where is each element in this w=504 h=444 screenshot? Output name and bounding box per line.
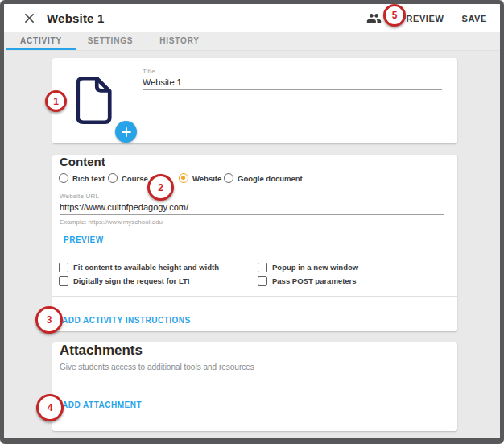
title-input[interactable]: Title Website 1 xyxy=(143,58,442,90)
checkbox-icon xyxy=(258,276,267,286)
attachments-heading: Attachments xyxy=(60,342,457,359)
checkbox-icon xyxy=(258,263,267,272)
add-activity-instructions-link[interactable]: ADD ACTIVITY INSTRUCTIONS xyxy=(62,316,191,325)
website-url-helper: Example: https://www.myschool.edu xyxy=(60,218,457,226)
tab-bar: ACTIVITY SETTINGS HISTORY xyxy=(4,32,500,51)
content-divider xyxy=(52,296,457,297)
tab-activity[interactable]: ACTIVITY xyxy=(6,32,76,50)
editor-body: Title Website 1 Content Rich text Course… xyxy=(4,51,500,431)
checkbox-digitally-sign-lti[interactable]: Digitally sign the request for LTI xyxy=(59,276,258,286)
radio-rich-text[interactable]: Rich text xyxy=(59,173,105,183)
save-button[interactable]: SAVE xyxy=(461,14,487,23)
header-bar: Website 1 PREVIEW SAVE xyxy=(4,4,500,32)
attachments-subtitle: Give students access to additional tools… xyxy=(60,363,457,371)
content-options: Fit content to available height and widt… xyxy=(59,262,450,286)
page-title: Website 1 xyxy=(47,11,105,25)
radio-icon xyxy=(108,173,118,183)
checkbox-icon xyxy=(59,263,68,272)
radio-icon xyxy=(224,173,233,183)
preview-link[interactable]: PREVIEW xyxy=(64,235,104,244)
content-heading: Content xyxy=(60,155,457,168)
annotation-circle-3: 3 xyxy=(35,306,63,334)
close-icon[interactable] xyxy=(24,13,35,24)
checkbox-pass-post-parameters[interactable]: Pass POST parameters xyxy=(258,276,450,286)
title-card: Title Website 1 xyxy=(52,58,457,143)
content-type-radio-group: Rich text Course resource Website Google… xyxy=(52,173,457,185)
checkbox-icon xyxy=(59,276,68,286)
document-icon[interactable] xyxy=(75,76,113,128)
content-card: Content Rich text Course resource Websit… xyxy=(52,155,457,331)
checkbox-fit-content[interactable]: Fit content to available height and widt… xyxy=(59,262,258,272)
annotation-circle-1: 1 xyxy=(45,90,67,112)
radio-website[interactable]: Website xyxy=(179,173,221,183)
website-url-input[interactable]: Website URL https://www.cultofpedagogy.c… xyxy=(60,193,444,215)
website-url-label: Website URL xyxy=(60,193,444,200)
title-input-value[interactable]: Website 1 xyxy=(143,77,442,90)
plus-icon[interactable] xyxy=(115,121,137,143)
annotation-circle-5: 5 xyxy=(383,4,406,27)
annotation-circle-4: 4 xyxy=(36,394,64,421)
radio-icon xyxy=(59,173,68,183)
tab-history[interactable]: HISTORY xyxy=(145,32,214,50)
checkbox-popup-new-window[interactable]: Popup in a new window xyxy=(258,262,450,272)
title-input-label: Title xyxy=(143,68,442,75)
website-url-value[interactable]: https://www.cultofpedagogy.com/ xyxy=(60,202,444,215)
activity-editor-window: Website 1 PREVIEW SAVE ACTIVITY SETTINGS… xyxy=(0,0,504,444)
attachments-card: Attachments Give students access to addi… xyxy=(52,342,457,431)
tab-settings[interactable]: SETTINGS xyxy=(76,32,145,50)
annotation-circle-2: 2 xyxy=(147,174,174,201)
radio-google-document[interactable]: Google document xyxy=(224,173,303,183)
add-attachment-link[interactable]: ADD ATTACHMENT xyxy=(62,400,142,409)
preview-button[interactable]: PREVIEW xyxy=(400,14,444,23)
radio-selected-icon xyxy=(179,173,188,183)
people-icon[interactable] xyxy=(366,11,382,26)
